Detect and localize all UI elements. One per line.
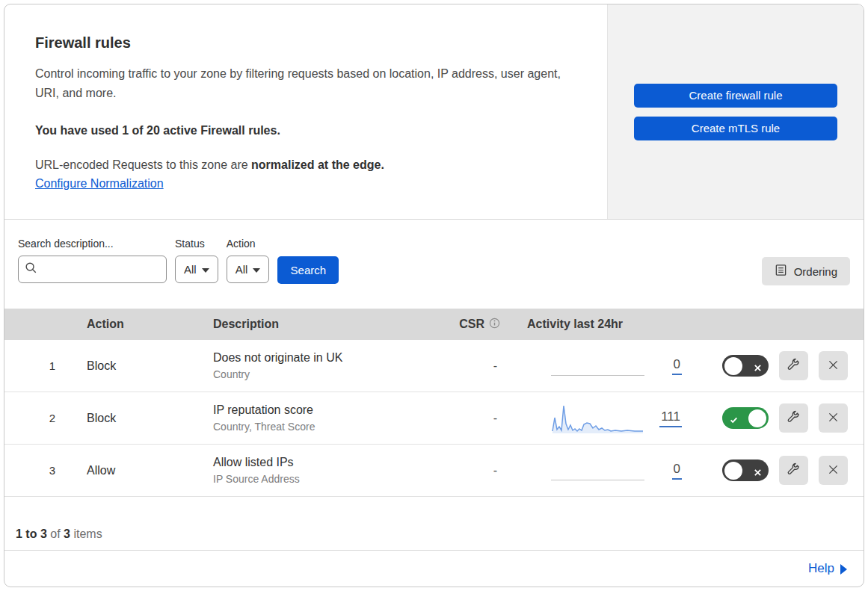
cross-icon <box>754 466 762 480</box>
wrench-icon <box>787 358 801 374</box>
help-link[interactable]: Help <box>808 561 847 576</box>
rule-controls <box>685 351 864 380</box>
header-text-block: Firewall rules Control incoming traffic … <box>4 4 607 219</box>
items-of: of <box>50 527 60 540</box>
table-row: 3 Allow Allow listed IPs IP Source Addre… <box>4 445 864 497</box>
delete-rule-button[interactable] <box>819 456 848 485</box>
caret-down-icon <box>253 268 260 273</box>
page-description: Control incoming traffic to your zone by… <box>35 64 577 103</box>
action-selected-value: All <box>236 263 248 276</box>
activity-count-link[interactable]: 111 <box>659 409 682 427</box>
enable-toggle[interactable] <box>722 407 769 429</box>
search-group: Search description... <box>18 238 167 283</box>
toggle-knob <box>724 357 742 375</box>
column-action: Action <box>82 318 213 331</box>
rule-description-cell: Does not originate in UK Country <box>213 351 441 380</box>
table-body: 1 Block Does not originate in UK Country… <box>4 340 864 497</box>
normalization-line: URL-encoded Requests to this zone are no… <box>35 158 577 172</box>
status-label: Status <box>175 238 218 250</box>
rule-priority: 1 <box>4 359 82 372</box>
page-header: Firewall rules Control incoming traffic … <box>4 4 864 220</box>
rule-action: Allow <box>82 464 213 477</box>
close-icon <box>827 359 840 374</box>
rule-priority: 2 <box>4 412 82 424</box>
items-range: 1 to 3 <box>16 527 47 540</box>
activity-sparkline <box>551 351 644 381</box>
column-activity: Activity last 24hr <box>512 318 685 331</box>
rule-controls <box>685 403 864 433</box>
rule-csr-value: - <box>441 412 512 425</box>
edit-rule-button[interactable] <box>779 456 808 485</box>
action-filter-group: Action All <box>227 238 270 283</box>
rule-csr-value: - <box>441 464 512 477</box>
triangle-right-icon <box>840 564 847 575</box>
table-row: 1 Block Does not originate in UK Country… <box>4 340 864 392</box>
create-firewall-rule-button[interactable]: Create firewall rule <box>634 84 837 108</box>
toggle-knob <box>724 462 742 480</box>
rule-priority: 3 <box>4 464 82 477</box>
rule-activity-cell: 0 <box>512 456 685 486</box>
ordering-button[interactable]: Ordering <box>762 257 850 285</box>
ordering-icon <box>775 264 787 279</box>
toggle-knob <box>748 409 766 427</box>
edit-rule-button[interactable] <box>779 403 808 433</box>
rule-activity-cell: 0 <box>512 351 685 381</box>
search-input[interactable] <box>43 264 160 276</box>
configure-normalization-link[interactable]: Configure Normalization <box>35 177 164 191</box>
ordering-button-label: Ordering <box>794 265 837 278</box>
action-select[interactable]: All <box>227 256 270 283</box>
rule-action: Block <box>82 412 213 425</box>
rule-criteria: Country, Threat Score <box>213 421 441 433</box>
help-band: Help <box>4 550 864 587</box>
help-label: Help <box>808 561 834 576</box>
caret-down-icon <box>202 268 209 273</box>
rule-controls <box>685 456 864 485</box>
rule-description-cell: Allow listed IPs IP Source Address <box>213 456 441 485</box>
search-input-box[interactable] <box>18 256 167 283</box>
wrench-icon <box>787 462 801 479</box>
activity-count-link[interactable]: 0 <box>672 462 682 480</box>
delete-rule-button[interactable] <box>819 351 848 380</box>
search-icon <box>25 262 37 277</box>
rule-activity-cell: 111 <box>512 403 685 433</box>
rule-criteria: IP Source Address <box>213 473 441 485</box>
page-title: Firewall rules <box>35 34 577 52</box>
activity-sparkline <box>551 403 644 433</box>
rule-description: IP reputation score <box>213 403 441 417</box>
search-label: Search description... <box>18 238 167 250</box>
delete-rule-button[interactable] <box>819 403 848 433</box>
column-description: Description <box>213 318 441 331</box>
create-mtls-rule-button[interactable]: Create mTLS rule <box>634 117 837 140</box>
activity-count-link[interactable]: 0 <box>672 357 682 375</box>
items-count: 1 to 3 of 3 items <box>4 497 864 550</box>
search-button[interactable]: Search <box>277 256 339 284</box>
firewall-rules-card: Firewall rules Control incoming traffic … <box>4 4 864 587</box>
check-icon <box>729 414 739 427</box>
close-icon <box>827 463 840 478</box>
wrench-icon <box>787 410 801 427</box>
table-header: Action Description CSR Activity last 24h… <box>4 309 864 340</box>
info-icon[interactable] <box>489 318 500 332</box>
normalization-prefix: URL-encoded Requests to this zone are <box>35 158 251 171</box>
actions-panel: Create firewall rule Create mTLS rule <box>607 4 864 219</box>
rule-description: Does not originate in UK <box>213 351 441 365</box>
rule-description: Allow listed IPs <box>213 456 441 469</box>
enable-toggle[interactable] <box>722 460 769 481</box>
cross-icon <box>754 362 762 375</box>
rule-action: Block <box>82 359 213 373</box>
items-total: 3 <box>64 527 70 540</box>
column-csr: CSR <box>441 318 512 332</box>
column-csr-label: CSR <box>459 318 484 331</box>
filter-bar: Search description... Status All Action … <box>4 220 864 309</box>
close-icon <box>827 411 840 426</box>
rule-criteria: Country <box>213 368 441 380</box>
action-label: Action <box>227 238 270 250</box>
enable-toggle[interactable] <box>722 355 769 377</box>
rule-csr-value: - <box>441 359 512 373</box>
edit-rule-button[interactable] <box>779 351 808 380</box>
status-select[interactable]: All <box>175 256 218 283</box>
table-row: 2 Block IP reputation score Country, Thr… <box>4 392 864 445</box>
status-filter-group: Status All <box>175 238 218 283</box>
rule-description-cell: IP reputation score Country, Threat Scor… <box>213 403 441 433</box>
usage-line: You have used 1 of 20 active Firewall ru… <box>35 124 577 137</box>
